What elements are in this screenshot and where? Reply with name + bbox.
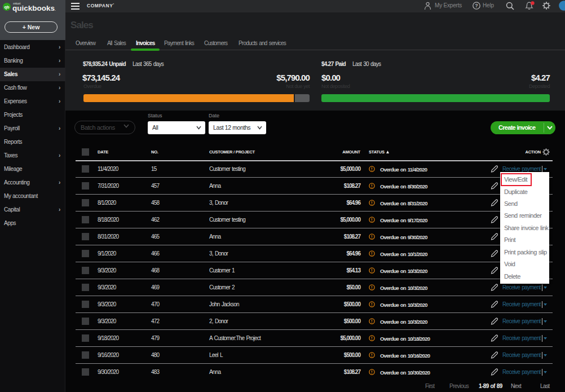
svg-text:qb: qb bbox=[4, 5, 10, 10]
svg-text:?: ? bbox=[475, 3, 478, 8]
